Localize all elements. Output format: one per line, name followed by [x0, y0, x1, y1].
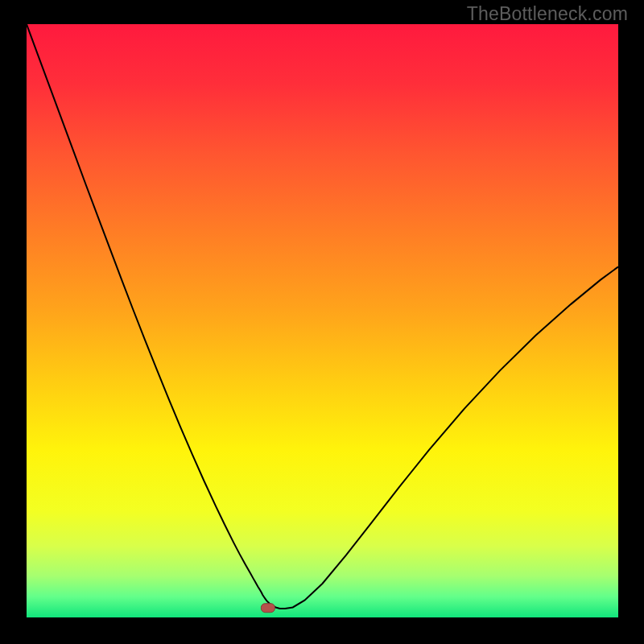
- plot-svg: [27, 24, 618, 617]
- gradient-background: [27, 24, 618, 617]
- optimal-point-marker: [261, 604, 275, 613]
- watermark-label: TheBottleneck.com: [467, 3, 628, 25]
- plot-area: [27, 24, 618, 617]
- chart-frame: TheBottleneck.com: [0, 0, 644, 644]
